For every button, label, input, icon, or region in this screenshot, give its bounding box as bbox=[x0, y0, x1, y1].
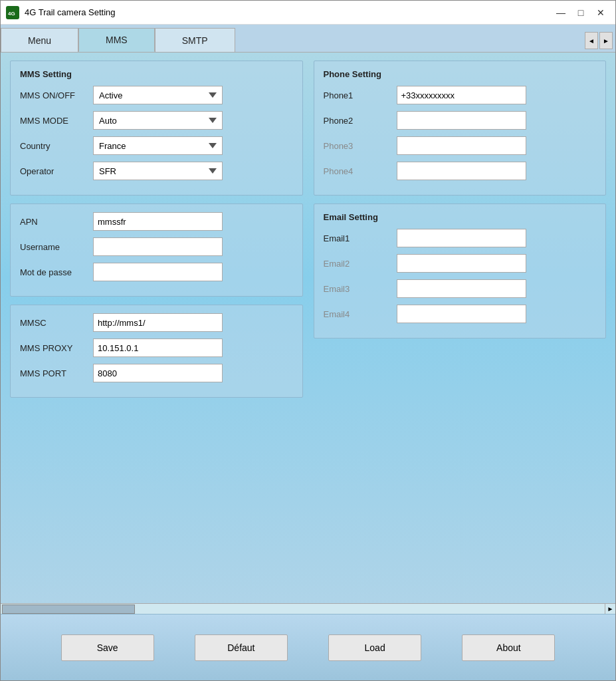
email2-row: Email2 bbox=[324, 254, 597, 273]
operator-row: Operator SFR Orange Bouygues Free bbox=[20, 162, 293, 180]
svg-text:4G: 4G bbox=[8, 11, 15, 17]
email4-label: Email4 bbox=[324, 309, 397, 319]
mms-setting-box: MMS Setting MMS ON/OFF Active Inactive M… bbox=[10, 61, 303, 196]
email1-row: Email1 bbox=[324, 229, 597, 247]
mms-onoff-row: MMS ON/OFF Active Inactive bbox=[20, 86, 293, 104]
operator-select[interactable]: SFR Orange Bouygues Free bbox=[93, 162, 223, 180]
email-setting-box: Email Setting Email1 Email2 Email3 bbox=[314, 204, 607, 339]
apn-label: APN bbox=[20, 217, 93, 227]
footer: Save Défaut Load About bbox=[1, 614, 615, 680]
email-setting-title: Email Setting bbox=[324, 212, 597, 222]
mms-mode-row: MMS MODE Auto Manual bbox=[20, 111, 293, 130]
username-label: Username bbox=[20, 242, 93, 252]
mms-setting-title: MMS Setting bbox=[20, 69, 293, 79]
mmsc-label: MMSC bbox=[20, 318, 93, 328]
left-column: MMS Setting MMS ON/OFF Active Inactive M… bbox=[10, 61, 303, 398]
mms-port-row: MMS PORT bbox=[20, 364, 293, 382]
close-button[interactable]: ✕ bbox=[591, 5, 610, 20]
mms-onoff-label: MMS ON/OFF bbox=[20, 90, 93, 100]
window-title: 4G Trail camera Setting bbox=[25, 7, 552, 17]
mmsc-setting-box: MMSC MMS PROXY MMS PORT bbox=[10, 305, 303, 398]
phone2-label: Phone2 bbox=[324, 116, 397, 126]
mms-onoff-select[interactable]: Active Inactive bbox=[93, 86, 223, 104]
phone4-row: Phone4 bbox=[324, 162, 597, 180]
about-button[interactable]: About bbox=[462, 634, 555, 661]
email3-row: Email3 bbox=[324, 279, 597, 298]
phone4-input bbox=[397, 162, 526, 180]
tab-smtp[interactable]: SMTP bbox=[155, 28, 235, 52]
right-column: Phone Setting Phone1 Phone2 Phone3 bbox=[314, 61, 607, 398]
email2-label: Email2 bbox=[324, 259, 397, 269]
email4-row: Email4 bbox=[324, 305, 597, 323]
scroll-area[interactable]: MMS Setting MMS ON/OFF Active Inactive M… bbox=[1, 53, 615, 603]
country-select[interactable]: France Germany UK USA bbox=[93, 136, 223, 155]
tab-navigation: ◄ ► bbox=[585, 29, 615, 52]
operator-label: Operator bbox=[20, 166, 93, 176]
tab-bar: Menu MMS SMTP ◄ ► bbox=[1, 25, 615, 53]
default-button[interactable]: Défaut bbox=[195, 634, 288, 661]
email3-input bbox=[397, 279, 526, 298]
horizontal-scrollbar: ► bbox=[1, 603, 615, 614]
tab-menu[interactable]: Menu bbox=[1, 28, 78, 52]
mms-proxy-input[interactable] bbox=[93, 339, 223, 357]
apn-row: APN bbox=[20, 212, 293, 231]
h-scrollbar-thumb[interactable] bbox=[2, 605, 135, 614]
tab-next-button[interactable]: ► bbox=[599, 32, 613, 49]
email1-label: Email1 bbox=[324, 233, 397, 243]
load-button[interactable]: Load bbox=[328, 634, 421, 661]
username-input[interactable] bbox=[93, 237, 223, 256]
phone-setting-title: Phone Setting bbox=[324, 69, 597, 79]
main-window: 4G 4G Trail camera Setting — □ ✕ Menu MM… bbox=[0, 0, 616, 681]
app-icon: 4G bbox=[6, 6, 19, 19]
password-label: Mot de passe bbox=[20, 267, 93, 277]
email3-label: Email3 bbox=[324, 284, 397, 294]
email1-input[interactable] bbox=[397, 229, 526, 247]
phone2-row: Phone2 bbox=[324, 111, 597, 130]
mms-proxy-label: MMS PROXY bbox=[20, 343, 93, 353]
mms-proxy-row: MMS PROXY bbox=[20, 339, 293, 357]
phone1-label: Phone1 bbox=[324, 90, 397, 100]
window-controls: — □ ✕ bbox=[552, 5, 610, 20]
mms-mode-label: MMS MODE bbox=[20, 116, 93, 126]
mms-mode-select[interactable]: Auto Manual bbox=[93, 111, 223, 130]
save-button[interactable]: Save bbox=[61, 634, 154, 661]
mmsc-input[interactable] bbox=[93, 313, 223, 332]
phone1-row: Phone1 bbox=[324, 86, 597, 104]
mms-port-input[interactable] bbox=[93, 364, 223, 382]
country-label: Country bbox=[20, 141, 93, 151]
apn-input[interactable] bbox=[93, 212, 223, 231]
phone3-row: Phone3 bbox=[324, 136, 597, 155]
mmsc-row: MMSC bbox=[20, 313, 293, 332]
email4-input bbox=[397, 305, 526, 323]
mms-port-label: MMS PORT bbox=[20, 368, 93, 378]
phone2-input[interactable] bbox=[397, 111, 526, 130]
username-row: Username bbox=[20, 237, 293, 256]
tab-mms[interactable]: MMS bbox=[78, 28, 155, 52]
email2-input bbox=[397, 254, 526, 273]
phone3-label: Phone3 bbox=[324, 141, 397, 151]
country-row: Country France Germany UK USA bbox=[20, 136, 293, 155]
password-input[interactable] bbox=[93, 263, 223, 281]
phone3-input bbox=[397, 136, 526, 155]
password-row: Mot de passe bbox=[20, 263, 293, 281]
h-scroll-right-arrow[interactable]: ► bbox=[605, 604, 615, 614]
title-bar: 4G 4G Trail camera Setting — □ ✕ bbox=[1, 1, 615, 25]
tab-prev-button[interactable]: ◄ bbox=[585, 32, 598, 49]
content-columns: MMS Setting MMS ON/OFF Active Inactive M… bbox=[10, 61, 606, 398]
minimize-button[interactable]: — bbox=[552, 5, 570, 20]
maximize-button[interactable]: □ bbox=[571, 5, 590, 20]
phone4-label: Phone4 bbox=[324, 166, 397, 176]
phone1-input[interactable] bbox=[397, 86, 526, 104]
phone-setting-box: Phone Setting Phone1 Phone2 Phone3 bbox=[314, 61, 607, 196]
main-content: MMS Setting MMS ON/OFF Active Inactive M… bbox=[1, 53, 615, 614]
apn-setting-box: APN Username Mot de passe bbox=[10, 204, 303, 297]
